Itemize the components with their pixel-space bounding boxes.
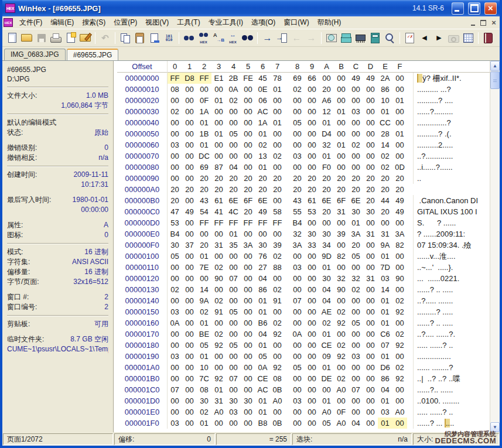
hex-byte[interactable]: 02 [334,373,349,384]
hex-byte[interactable]: 03 [378,406,392,418]
hex-byte[interactable]: CE [319,340,334,351]
hex-byte[interactable]: 2B [226,73,241,84]
hex-byte[interactable]: 00 [182,262,197,273]
hex-byte[interactable]: 00 [241,317,255,329]
hex-byte[interactable]: 00 [363,362,378,373]
hex-byte[interactable]: FE [241,73,255,84]
hex-byte[interactable]: 00 [363,306,378,317]
hex-byte[interactable]: 01 [378,106,392,117]
hex-byte[interactable]: 20 [182,184,197,195]
hex-byte[interactable]: 00 [290,384,305,395]
hex-byte[interactable]: 00 [290,139,305,151]
hex-byte[interactable]: 00 [334,117,349,128]
hex-byte[interactable]: FF [226,217,241,228]
hex-byte[interactable]: 04 [255,329,270,340]
mdi-close-button[interactable] [489,19,498,27]
hex-byte[interactable]: 02 [290,84,305,95]
hex-byte[interactable]: 01 [319,151,334,162]
hex-byte[interactable]: 30 [305,228,319,240]
hex-byte[interactable]: 30 [168,240,182,251]
tab-img_0683.jpg[interactable]: IMG_0683.JPG [4,49,66,60]
ascii-cell[interactable]: ..... ......? .. [413,406,453,418]
hex-byte[interactable]: 00 [305,418,319,429]
hex-byte[interactable]: 00 [305,106,319,117]
copy-formatted-icon[interactable] [148,32,161,45]
hex-byte[interactable]: 00 [290,406,305,418]
hex-byte[interactable]: 00 [392,317,407,329]
hex-byte[interactable]: 05 [197,340,211,351]
hex-byte[interactable]: 20 [168,195,182,206]
hex-byte[interactable]: 00 [305,151,319,162]
hex-byte[interactable]: 00 [226,117,241,128]
hex-byte[interactable]: 00 [305,273,319,284]
hex-byte[interactable]: 20 [197,184,211,195]
hex-byte[interactable]: 92 [334,351,349,362]
hex-byte[interactable]: 00 [319,217,334,228]
hex-byte[interactable]: 00 [392,395,407,406]
hex-byte[interactable]: 20 [392,173,407,184]
hex-byte[interactable]: 07 [226,273,241,284]
hex-byte[interactable]: 00 [241,128,255,139]
hex-byte[interactable]: 00 [334,262,349,273]
hex-byte[interactable]: 01 [378,251,392,262]
hex-byte[interactable]: 03 [226,406,241,418]
hex-byte[interactable]: 49 [392,195,407,206]
hex-byte[interactable]: 00 [241,418,255,429]
hex-byte[interactable]: 3A [290,240,305,251]
hex-byte[interactable]: 7C [197,373,211,384]
hex-byte[interactable]: D8 [182,73,197,84]
hex-byte[interactable]: 00 [241,329,255,340]
hex-byte[interactable]: 05 [290,117,305,128]
hex-byte[interactable]: 00 [363,106,378,117]
hex-byte[interactable]: 01 [319,395,334,406]
hex-byte[interactable]: 00 [241,284,255,295]
hex-byte[interactable]: 90 [392,273,407,284]
hex-byte[interactable]: 00 [290,273,305,284]
hex-byte[interactable]: 00 [211,317,226,329]
hex-byte[interactable]: 02 [349,139,363,151]
hex-byte[interactable]: 00 [168,151,182,162]
ascii-cell[interactable]: ? ......2009:11: [413,228,465,240]
hex-byte[interactable]: 05 [319,418,334,429]
hex-byte[interactable]: 00 [241,151,255,162]
ascii-cell[interactable]: ..?..... ....... [413,295,453,306]
hex-byte[interactable]: 00 [392,106,407,117]
hex-byte[interactable]: 1A [255,117,270,128]
ascii-cell[interactable]: ...... ........? [413,362,453,373]
hex-byte[interactable]: 03 [290,262,305,273]
menu-item-i[interactable]: 专业工具(I) [204,16,247,29]
hex-byte[interactable]: 00 [349,362,363,373]
hex-byte[interactable]: 00 [168,173,182,184]
hex-byte[interactable]: 07 [226,373,241,384]
hex-byte[interactable]: 92 [270,329,285,340]
hex-byte[interactable]: E1 [211,73,226,84]
hex-byte[interactable]: 03 [349,351,363,362]
hex-byte[interactable]: 00 [349,162,363,173]
hex-byte[interactable]: 00 [270,228,285,240]
hex-byte[interactable]: 00 [363,395,378,406]
hex-byte[interactable]: 00 [363,284,378,295]
hex-byte[interactable]: FF [241,217,255,228]
hex-byte[interactable]: 35 [226,240,241,251]
hex-byte[interactable]: 00 [290,251,305,262]
hex-byte[interactable]: 00 [226,362,241,373]
hex-byte[interactable]: 00 [241,362,255,373]
hex-byte[interactable]: 01 [392,95,407,106]
hex-byte[interactable]: 00 [241,162,255,173]
goto-page-icon[interactable] [275,32,289,45]
disk-image-icon[interactable] [325,32,338,45]
hex-byte[interactable]: 04 [226,162,241,173]
hex-byte[interactable]: 90 [211,273,226,284]
hex-byte[interactable]: 07 [349,384,363,395]
hex-byte[interactable]: 00 [290,284,305,295]
scroll-thumb[interactable] [490,71,500,89]
hex-byte[interactable]: 00 [226,418,241,429]
hex-byte[interactable]: 20 [305,173,319,184]
hex-byte[interactable]: 05 [349,251,363,262]
hex-byte[interactable]: 3A [392,228,407,240]
hex-byte[interactable]: D4 [319,128,334,139]
hex-byte[interactable]: 01 [319,262,334,273]
hex-byte[interactable]: 00 [363,418,378,429]
hex-byte[interactable]: 00 [241,406,255,418]
hex-byte[interactable]: 86 [378,373,392,384]
